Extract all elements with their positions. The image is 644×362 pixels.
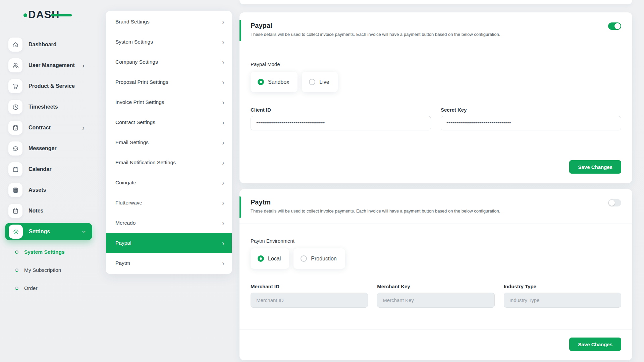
- radio-option-label: Live: [319, 79, 329, 85]
- menu-item-paytm[interactable]: Paytm ›: [106, 253, 232, 273]
- chat-icon: [8, 141, 22, 156]
- sidebar: DASH Dashboard User Management › Product…: [0, 0, 97, 362]
- sidebar-item-label: Messenger: [29, 145, 57, 152]
- industry-type-field-group: Industry Type: [504, 284, 621, 308]
- sidebar-item-notes[interactable]: Notes: [0, 200, 97, 221]
- menu-item-label: Brand Settings: [115, 19, 150, 25]
- sidebar-item-timesheets[interactable]: Timesheets: [0, 97, 97, 117]
- toggle-knob: [609, 200, 615, 206]
- menu-item-system-settings[interactable]: System Settings ›: [106, 32, 232, 52]
- paytm-card-footer: Save Changes: [239, 329, 632, 351]
- paypal-card-header: Paypal These details will be used to col…: [239, 12, 632, 37]
- menu-item-email-notification-settings[interactable]: Email Notification Settings ›: [106, 153, 232, 173]
- sidebar-item-label: Settings: [29, 229, 50, 235]
- sidebar-subitem-my-subscription[interactable]: My Subscription: [0, 261, 97, 279]
- secret-key-field-group: Secret Key: [441, 107, 621, 130]
- radio-selected-icon: [258, 255, 264, 262]
- merchant-id-input[interactable]: [251, 293, 368, 308]
- gear-icon: [9, 225, 23, 239]
- chevron-down-icon: ›: [80, 231, 88, 233]
- paypal-enable-toggle[interactable]: [608, 22, 621, 30]
- radio-option-production[interactable]: Production: [293, 248, 345, 269]
- sidebar-item-settings[interactable]: Settings ›: [5, 223, 92, 240]
- radio-option-live[interactable]: Live: [302, 72, 337, 92]
- sidebar-item-product-service[interactable]: Product & Service: [0, 76, 97, 97]
- menu-item-proposal-print-settings[interactable]: Proposal Print Settings ›: [106, 72, 232, 92]
- paytm-credentials-fields: Merchant ID Merchant Key Industry Type: [251, 284, 621, 308]
- sidebar-item-user-management[interactable]: User Management ›: [0, 55, 97, 76]
- bullet-icon: [15, 250, 18, 254]
- paytm-enable-toggle[interactable]: [608, 199, 621, 206]
- sub-item-label: System Settings: [24, 249, 65, 255]
- menu-item-flutterwave[interactable]: Flutterwave ›: [106, 193, 232, 213]
- sidebar-subitem-system-settings[interactable]: System Settings: [0, 243, 97, 261]
- chevron-right-icon: ›: [222, 219, 224, 227]
- sidebar-subitem-order[interactable]: Order: [0, 279, 97, 297]
- paytm-card-header: Paytm These details will be used to coll…: [239, 189, 632, 214]
- menu-item-label: Coingate: [115, 180, 136, 186]
- menu-item-mercado[interactable]: Mercado ›: [106, 213, 232, 233]
- green-accent-bar: [239, 20, 241, 41]
- sidebar-item-calendar[interactable]: Calendar: [0, 159, 97, 180]
- merchant-id-label: Merchant ID: [251, 284, 368, 289]
- secret-key-input[interactable]: [441, 116, 621, 130]
- chevron-right-icon: ›: [222, 159, 224, 167]
- notes-icon: [8, 204, 22, 218]
- paypal-mode-options: Sandbox Live: [251, 72, 621, 92]
- industry-type-input[interactable]: [504, 293, 621, 308]
- sidebar-item-label: Contract: [29, 125, 51, 131]
- sidebar-item-dashboard[interactable]: Dashboard: [0, 34, 97, 55]
- radio-selected-icon: [258, 79, 264, 85]
- merchant-key-input[interactable]: [377, 293, 494, 308]
- chevron-right-icon: ›: [222, 78, 224, 86]
- paytm-save-button[interactable]: Save Changes: [569, 338, 621, 351]
- sidebar-item-contract[interactable]: Contract ›: [0, 117, 97, 138]
- radio-option-local[interactable]: Local: [251, 248, 289, 269]
- menu-item-label: Company Settings: [115, 59, 158, 65]
- sidebar-item-label: Notes: [29, 208, 43, 214]
- client-id-label: Client ID: [251, 107, 431, 113]
- chevron-right-icon: ›: [222, 58, 224, 66]
- radio-option-sandbox[interactable]: Sandbox: [251, 72, 298, 92]
- paytm-environment-options: Local Production: [251, 248, 621, 269]
- menu-item-label: Proposal Print Settings: [115, 79, 168, 85]
- menu-item-label: System Settings: [115, 39, 153, 45]
- chevron-right-icon: ›: [222, 239, 224, 247]
- sidebar-item-assets[interactable]: Assets: [0, 180, 97, 200]
- menu-item-email-settings[interactable]: Email Settings ›: [106, 132, 232, 153]
- logo-dot-icon: [23, 13, 27, 17]
- sidebar-item-messenger[interactable]: Messenger: [0, 138, 97, 159]
- bullet-icon: [15, 268, 18, 272]
- main-content: Paypal These details will be used to col…: [239, 0, 632, 362]
- paypal-settings-card: Paypal These details will be used to col…: [239, 12, 632, 183]
- paypal-card-title: Paypal: [251, 22, 621, 29]
- chevron-right-icon: ›: [82, 124, 85, 132]
- menu-item-label: Flutterwave: [115, 200, 142, 206]
- clock-icon: [8, 100, 22, 114]
- sidebar-item-label: Dashboard: [29, 42, 57, 48]
- sidebar-item-label: Timesheets: [29, 104, 58, 110]
- menu-item-contract-settings[interactable]: Contract Settings ›: [106, 112, 232, 132]
- paypal-card-footer: Save Changes: [239, 152, 632, 174]
- paytm-card-description: These details will be used to collect in…: [251, 208, 621, 214]
- radio-unselected-icon: [309, 79, 315, 85]
- menu-item-brand-settings[interactable]: Brand Settings ›: [106, 12, 232, 32]
- settings-menu-panel: Brand Settings › System Settings › Compa…: [106, 11, 232, 274]
- chevron-right-icon: ›: [222, 139, 224, 146]
- menu-item-invoice-print-settings[interactable]: Invoice Print Settings ›: [106, 92, 232, 112]
- client-id-input[interactable]: [251, 116, 431, 130]
- logo-bar-icon: [51, 14, 72, 16]
- secret-key-label: Secret Key: [441, 107, 621, 113]
- menu-item-coingate[interactable]: Coingate ›: [106, 173, 232, 193]
- menu-item-label: Paytm: [115, 260, 130, 266]
- paypal-save-button[interactable]: Save Changes: [569, 160, 621, 174]
- menu-item-paypal[interactable]: Paypal ›: [106, 233, 232, 253]
- sidebar-item-label: Calendar: [29, 166, 51, 172]
- paypal-credentials-fields: Client ID Secret Key: [251, 107, 621, 130]
- menu-item-label: Mercado: [115, 220, 136, 226]
- radio-unselected-icon: [301, 255, 307, 262]
- merchant-key-label: Merchant Key: [377, 284, 494, 289]
- menu-item-company-settings[interactable]: Company Settings ›: [106, 52, 232, 72]
- chevron-right-icon: ›: [222, 18, 224, 26]
- radio-option-label: Production: [311, 256, 337, 262]
